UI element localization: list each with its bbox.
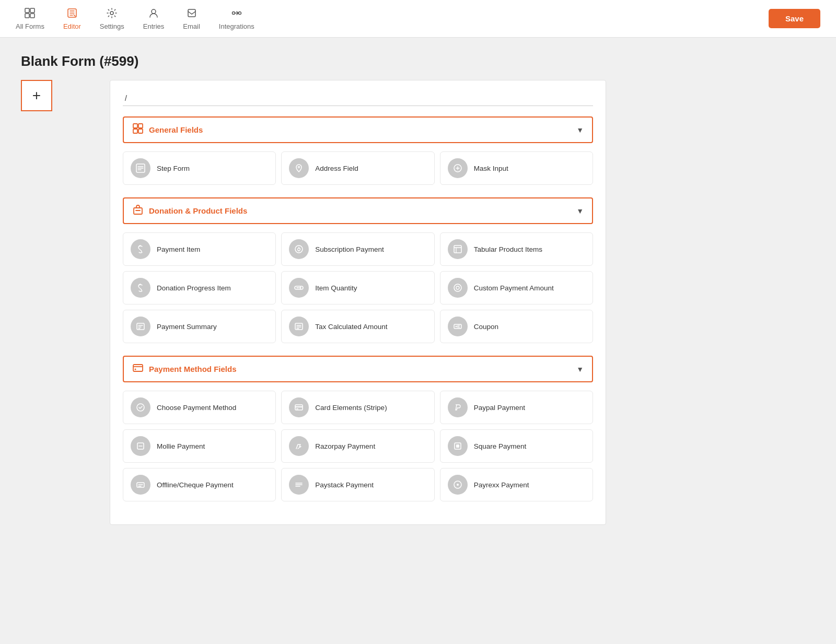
field-item-offline-cheque-payment[interactable]: Offline/Cheque Payment — [123, 468, 276, 501]
svg-rect-16 — [134, 208, 142, 214]
field-label-paystack-payment: Paystack Payment — [315, 481, 374, 489]
field-item-paystack-payment[interactable]: Paystack Payment — [281, 468, 434, 501]
field-item-paypal-payment[interactable]: Paypal Payment — [440, 391, 593, 424]
field-item-tax-calculated-amount[interactable]: Tax Calculated Amount — [281, 310, 434, 343]
field-item-donation-progress-item[interactable]: Donation Progress Item — [123, 271, 276, 305]
nav-items: All Forms Editor Settings Entries Email … — [16, 7, 254, 30]
field-label-tax-calculated-amount: Tax Calculated Amount — [315, 323, 387, 331]
field-item-square-payment[interactable]: Square Payment — [440, 429, 593, 463]
field-label-choose-payment-method: Choose Payment Method — [157, 404, 236, 412]
field-icon-subscription-payment — [289, 239, 309, 259]
field-label-razorpay-payment: Razorpay Payment — [315, 442, 375, 450]
section-header-payment-method-fields[interactable]: Payment Method Fields ▼ — [123, 356, 593, 382]
field-label-item-quantity: Item Quantity — [315, 284, 357, 292]
field-icon-mollie-payment — [131, 436, 150, 456]
section-header-donation-product-fields[interactable]: Donation & Product Fields ▼ — [123, 197, 593, 224]
field-icon-offline-cheque-payment — [131, 475, 150, 495]
field-item-subscription-payment[interactable]: Subscription Payment — [281, 232, 434, 266]
section-title-general-fields: General Fields — [149, 125, 203, 134]
field-icon-donation-progress-item — [131, 278, 150, 298]
field-item-choose-payment-method[interactable]: Choose Payment Method — [123, 391, 276, 424]
section-title-payment-method-fields: Payment Method Fields — [149, 365, 237, 373]
svg-rect-10 — [138, 124, 143, 128]
field-icon-payrexx-payment — [448, 475, 468, 495]
nav-label-integrations: Integrations — [219, 22, 254, 30]
field-icon-paypal-payment — [448, 397, 468, 417]
svg-point-21 — [456, 286, 459, 289]
field-label-address-field: Address Field — [315, 165, 358, 172]
field-label-coupon: Coupon — [474, 323, 498, 331]
field-grid-general-fields: Step Form Address Field Mask Input — [123, 151, 593, 185]
svg-rect-30 — [296, 408, 298, 409]
field-item-item-quantity[interactable]: Item Quantity — [281, 271, 434, 305]
section-chevron-donation-product-fields[interactable]: ▼ — [576, 207, 584, 215]
field-item-payment-summary[interactable]: Payment Summary — [123, 310, 276, 343]
field-item-coupon[interactable]: Coupon — [440, 310, 593, 343]
nav-item-settings[interactable]: Settings — [100, 7, 124, 30]
nav-item-entries[interactable]: Entries — [143, 7, 164, 30]
svg-point-7 — [232, 11, 235, 14]
field-item-card-elements-stripe[interactable]: Card Elements (Stripe) — [281, 391, 434, 424]
field-item-payment-item[interactable]: Payment Item — [123, 232, 276, 266]
editor-icon — [66, 7, 78, 20]
page-title: Blank Form (#599) — [21, 53, 606, 69]
section-chevron-payment-method-fields[interactable]: ▼ — [576, 365, 584, 373]
svg-point-14 — [298, 167, 300, 168]
section-donation-product-fields: Donation & Product Fields ▼ Payment Item… — [123, 197, 593, 343]
svg-rect-33 — [456, 444, 459, 448]
nav-label-settings: Settings — [100, 22, 124, 30]
field-item-mask-input[interactable]: Mask Input — [440, 151, 593, 185]
svg-rect-11 — [133, 129, 137, 133]
nav-item-all-forms[interactable]: All Forms — [16, 7, 44, 30]
field-label-payment-summary: Payment Summary — [157, 323, 217, 331]
field-icon-paystack-payment — [289, 475, 309, 495]
add-field-button[interactable]: + — [21, 80, 52, 111]
field-item-custom-payment-amount[interactable]: Custom Payment Amount — [440, 271, 593, 305]
svg-point-8 — [238, 11, 241, 14]
save-button[interactable]: Save — [769, 9, 820, 28]
field-icon-address-field — [289, 158, 309, 178]
plus-icon: + — [32, 87, 41, 104]
settings-icon — [106, 7, 118, 20]
svg-rect-12 — [138, 129, 143, 133]
field-item-tabular-product-items[interactable]: Tabular Product Items — [440, 232, 593, 266]
field-label-mask-input: Mask Input — [474, 165, 508, 172]
field-icon-choose-payment-method — [131, 397, 150, 417]
field-icon-custom-payment-amount — [448, 278, 468, 298]
svg-rect-1 — [30, 8, 34, 13]
section-icon-payment-method-fields — [132, 362, 144, 376]
field-icon-coupon — [448, 317, 468, 336]
field-grid-donation-product-fields: Payment Item Subscription Payment Tabula… — [123, 232, 593, 343]
svg-rect-22 — [137, 323, 144, 330]
field-item-address-field[interactable]: Address Field — [281, 151, 434, 185]
field-label-tabular-product-items: Tabular Product Items — [474, 245, 542, 253]
svg-rect-9 — [133, 124, 137, 128]
field-item-razorpay-payment[interactable]: Razorpay Payment — [281, 429, 434, 463]
nav-label-email: Email — [183, 22, 200, 30]
field-item-step-form[interactable]: Step Form — [123, 151, 276, 185]
section-header-general-fields[interactable]: General Fields ▼ — [123, 116, 593, 143]
sections-container: General Fields ▼ Step Form Address Field… — [123, 116, 593, 501]
svg-rect-2 — [25, 14, 29, 18]
nav-item-editor[interactable]: Editor — [63, 7, 81, 30]
entries-icon — [148, 7, 159, 20]
section-general-fields: General Fields ▼ Step Form Address Field… — [123, 116, 593, 185]
field-icon-card-elements-stripe — [289, 397, 309, 417]
nav-item-email[interactable]: Email — [183, 7, 200, 30]
field-icon-step-form — [131, 158, 150, 178]
svg-point-25 — [455, 326, 457, 327]
svg-rect-26 — [133, 365, 143, 371]
field-label-subscription-payment: Subscription Payment — [315, 245, 384, 253]
search-input[interactable] — [123, 91, 593, 106]
section-chevron-general-fields[interactable]: ▼ — [576, 126, 584, 134]
svg-rect-18 — [454, 245, 461, 253]
nav-item-integrations[interactable]: Integrations — [219, 7, 254, 30]
field-label-paypal-payment: Paypal Payment — [474, 404, 525, 412]
field-item-mollie-payment[interactable]: Mollie Payment — [123, 429, 276, 463]
svg-point-6 — [152, 9, 156, 14]
field-item-payrexx-payment[interactable]: Payrexx Payment — [440, 468, 593, 501]
integrations-icon — [231, 7, 242, 20]
field-label-payrexx-payment: Payrexx Payment — [474, 481, 529, 489]
svg-point-27 — [135, 369, 136, 370]
svg-rect-3 — [30, 14, 34, 18]
